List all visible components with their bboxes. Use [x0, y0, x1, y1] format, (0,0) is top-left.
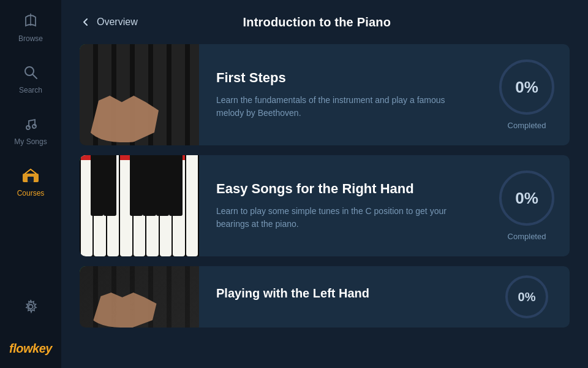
sidebar-item-browse[interactable]: Browse	[0, 0, 61, 52]
svg-rect-6	[28, 177, 34, 182]
back-button[interactable]: Overview	[80, 16, 138, 28]
music-note-icon	[21, 114, 40, 134]
white-key	[160, 155, 172, 256]
progress-circle-wrap: 0% Completed	[499, 59, 554, 130]
back-chevron-icon	[80, 16, 92, 28]
browse-icon	[21, 11, 40, 31]
course-card-left-hand[interactable]: Playing with the Left Hand 0%	[80, 266, 570, 328]
card-body-left-hand: Playing with the Left Hand	[199, 266, 484, 328]
card-progress-left-hand: 0%	[484, 266, 570, 328]
header: Overview Introduction to the Piano	[61, 0, 588, 44]
card-description: Learn the fundamentals of the instrument…	[216, 94, 467, 120]
progress-circle-wrap: 0%	[505, 275, 548, 318]
sidebar-courses-label: Courses	[17, 189, 45, 197]
course-list: First Steps Learn the fundamentals of th…	[61, 44, 588, 368]
main-content: Overview Introduction to the Piano First…	[61, 0, 588, 368]
card-thumbnail-easy-songs	[80, 155, 199, 256]
progress-label: Completed	[508, 232, 546, 241]
sidebar: Browse Search My Songs	[0, 0, 61, 368]
white-key	[81, 155, 92, 256]
sidebar-item-search[interactable]: Search	[0, 52, 61, 103]
card-body-easy-songs: Easy Songs for the Right Hand Learn to p…	[199, 155, 484, 256]
card-progress-first-steps: 0% Completed	[484, 44, 570, 145]
card-title: First Steps	[216, 70, 467, 86]
progress-circle: 0%	[499, 171, 554, 226]
svg-point-3	[26, 126, 30, 129]
flowkey-logo: flowkey	[9, 342, 52, 356]
white-key	[107, 155, 119, 256]
page-title: Introduction to the Piano	[138, 15, 496, 29]
white-key	[186, 155, 198, 256]
piano-keys-thumbnail	[80, 155, 199, 256]
settings-icon	[21, 297, 40, 316]
card-progress-easy-songs: 0% Completed	[484, 155, 570, 256]
progress-label: Completed	[508, 121, 546, 130]
progress-circle: 0%	[505, 275, 548, 318]
white-key	[134, 155, 145, 256]
sidebar-browse-label: Browse	[18, 34, 43, 43]
progress-circle: 0%	[499, 59, 554, 115]
card-body-first-steps: First Steps Learn the fundamentals of th…	[199, 44, 484, 145]
progress-value: 0%	[515, 189, 538, 208]
courses-icon	[21, 166, 40, 185]
sidebar-item-my-songs[interactable]: My Songs	[0, 103, 61, 155]
card-thumbnail-first-steps	[80, 44, 199, 145]
white-key	[94, 155, 105, 256]
progress-value: 0%	[515, 78, 538, 97]
sidebar-item-settings[interactable]	[0, 286, 61, 325]
search-icon	[21, 63, 40, 82]
svg-line-2	[32, 74, 37, 79]
white-key	[146, 155, 158, 256]
card-thumbnail-left-hand	[80, 266, 199, 328]
white-key	[173, 155, 184, 256]
svg-point-4	[32, 125, 36, 128]
course-card-easy-songs[interactable]: Easy Songs for the Right Hand Learn to p…	[80, 155, 570, 256]
progress-value: 0%	[518, 290, 536, 304]
sidebar-item-courses[interactable]: Courses	[0, 155, 61, 206]
progress-circle-wrap: 0% Completed	[499, 171, 554, 241]
back-label: Overview	[97, 17, 138, 28]
sidebar-mysongs-label: My Songs	[14, 137, 47, 146]
svg-point-7	[29, 305, 33, 309]
card-title: Easy Songs for the Right Hand	[216, 181, 467, 197]
card-description: Learn to play some simple tunes in the C…	[216, 205, 467, 231]
white-key	[120, 155, 132, 256]
sidebar-search-label: Search	[19, 86, 42, 94]
course-card-first-steps[interactable]: First Steps Learn the fundamentals of th…	[80, 44, 570, 145]
card-title: Playing with the Left Hand	[216, 286, 467, 301]
